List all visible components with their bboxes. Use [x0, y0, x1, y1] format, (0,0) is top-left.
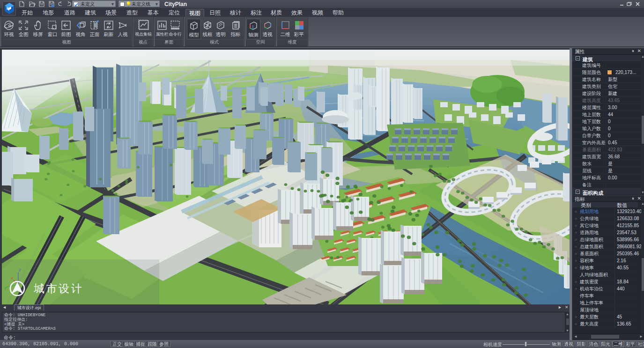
svg-text:城市设计: 城市设计 [34, 282, 83, 295]
svg-text:Z: Z [19, 268, 21, 272]
svg-text:X: X [11, 276, 14, 281]
svg-text:Y: Y [4, 287, 7, 291]
